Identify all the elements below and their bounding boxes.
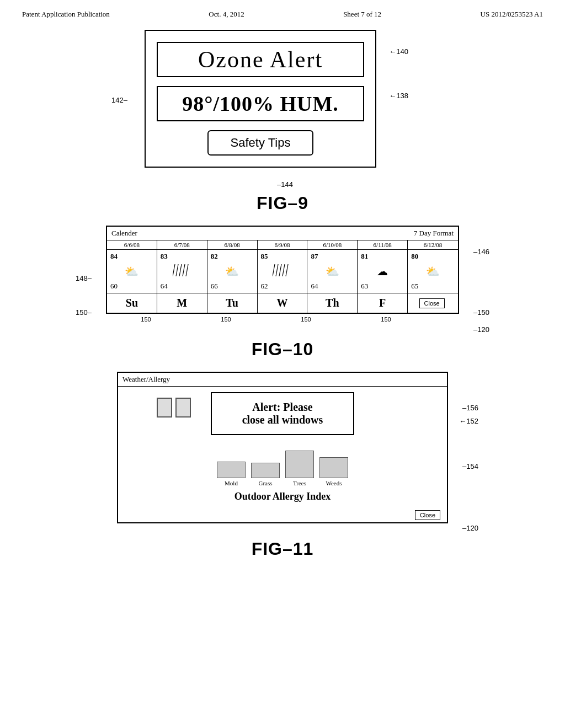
fig9-section: 142– Ozone Alert ←140 98°/100% HUM. xyxy=(0,30,565,223)
alert-line1: Alert: Please xyxy=(228,401,337,414)
alert-message-box: Alert: Please close all windows xyxy=(211,392,354,435)
fig9-button-row: Safety Tips xyxy=(157,130,364,156)
cal-date-6: 6/12/08 xyxy=(408,240,458,249)
weather-allergy-body: Alert: Please close all windows Mold Gra xyxy=(118,387,447,508)
weather-cell-3: 85 62 xyxy=(258,250,308,293)
outdoor-allergy-label: Outdoor Allergy Index xyxy=(234,491,331,502)
weather-icon-4: ⛅ xyxy=(326,265,339,278)
fig9-temp: 98°/100% HUM. xyxy=(182,92,339,116)
cal-day-1: M xyxy=(157,293,207,313)
weather-allergy-header: Weather/Allergy xyxy=(118,373,447,387)
svg-line-0 xyxy=(173,264,175,276)
window-icon-1 xyxy=(157,398,172,417)
weather-icon-1 xyxy=(173,261,191,282)
svg-line-3 xyxy=(183,264,185,276)
cal-date-1: 6/7/08 xyxy=(157,240,207,249)
fig9-outer: 142– Ozone Alert ←140 98°/100% HUM. xyxy=(145,30,420,173)
cal-date-4: 6/10/08 xyxy=(307,240,358,249)
allergy-weeds: Weeds xyxy=(319,457,348,486)
annot-150-0: 150 xyxy=(141,316,151,323)
fig11-label: FIG–11 xyxy=(252,539,314,559)
annotation-140: ←140 xyxy=(389,47,408,56)
annotation-154: –154 xyxy=(462,462,478,470)
calendar-days-row: Su M Tu W Th F Close xyxy=(107,293,458,313)
cal-day-0: Su xyxy=(107,293,157,313)
weather-icon-6: ⛅ xyxy=(426,265,440,278)
day-annotations: 150 150 150 150 xyxy=(106,315,459,324)
weather-cell-6: 80 ⛅ 65 xyxy=(408,250,458,293)
fig9-temp-box: 98°/100% HUM. xyxy=(157,86,364,121)
svg-line-4 xyxy=(186,264,188,276)
allergy-trees: Trees xyxy=(285,451,314,486)
annotation-150-right: –150 xyxy=(473,308,489,317)
weather-icon-3 xyxy=(273,261,291,282)
mold-bar xyxy=(217,462,246,478)
header-left: Patent Application Publication xyxy=(22,10,110,19)
cal-date-0: 6/6/08 xyxy=(107,240,157,249)
svg-line-6 xyxy=(276,264,278,276)
rain-svg-1 xyxy=(173,263,191,277)
allergy-bars-container: Mold Grass Trees Weeds xyxy=(217,451,348,486)
alert-line2: close all windows xyxy=(228,414,337,426)
cal-date-3: 6/9/08 xyxy=(258,240,308,249)
annot-150-1: 150 xyxy=(221,316,231,323)
annotation-152: ←152 xyxy=(459,417,478,425)
fig10-section: –146 148– 150– –150 –120 Calender xyxy=(0,226,565,370)
safety-tips-button[interactable]: Safety Tips xyxy=(207,130,314,156)
weather-allergy-display: Weather/Allergy Alert: Please xyxy=(117,372,448,523)
annotation-120-fig10: –120 xyxy=(473,325,489,334)
weather-icon-5: ☁ xyxy=(377,265,388,278)
rain-svg-3 xyxy=(273,263,291,277)
cal-day-5: F xyxy=(358,293,408,313)
trees-label: Trees xyxy=(293,480,306,486)
calendar-weather-row: 84 ⛅ 60 83 xyxy=(107,250,458,293)
svg-line-7 xyxy=(279,264,281,276)
weather-icon-0: ⛅ xyxy=(125,265,138,278)
header-center: Oct. 4, 2012 xyxy=(209,10,244,19)
annotation-142: 142– xyxy=(111,96,127,104)
header-right: US 2012/0253523 A1 xyxy=(481,10,543,19)
fig11-outer: –156 ←152 –154 –120 Weather/Allergy xyxy=(117,372,448,523)
svg-line-1 xyxy=(176,264,178,276)
trees-bar xyxy=(285,451,314,478)
fig9-display: Ozone Alert ←140 98°/100% HUM. ←138 xyxy=(145,30,376,168)
calendar-dates-row: 6/6/08 6/7/08 6/8/08 6/9/08 6/10/08 6/11… xyxy=(107,240,458,250)
weather-icon-2: ⛅ xyxy=(225,265,239,278)
header-sheet: Sheet 7 of 12 xyxy=(343,10,381,19)
cal-day-2: Tu xyxy=(207,293,258,313)
calendar-header: Calender 7 Day Format xyxy=(107,227,458,240)
calendar-close-button[interactable]: Close xyxy=(419,298,445,308)
fig9-title-box: Ozone Alert xyxy=(157,42,364,77)
annotation-156: –156 xyxy=(462,404,478,412)
weather-allergy-close-button[interactable]: Close xyxy=(415,510,440,520)
cal-day-4: Th xyxy=(307,293,358,313)
allergy-grass: Grass xyxy=(251,463,280,486)
annotation-148: 148– xyxy=(76,274,92,282)
fig10-outer: –146 148– 150– –150 –120 Calender xyxy=(106,226,459,324)
annotation-144: –144 xyxy=(277,180,293,189)
weather-allergy-close-row: Close xyxy=(118,508,447,522)
weather-cell-1: 83 64 xyxy=(157,250,207,293)
window-icon-2 xyxy=(175,398,191,417)
weather-cell-4: 87 ⛅ 64 xyxy=(307,250,358,293)
svg-line-8 xyxy=(282,264,285,276)
calendar-title: Calender xyxy=(111,229,137,238)
patent-header: Patent Application Publication Oct. 4, 2… xyxy=(0,0,565,24)
calendar-format: 7 Day Format xyxy=(414,229,454,238)
weeds-label: Weeds xyxy=(326,480,342,486)
svg-line-2 xyxy=(179,264,182,276)
annotation-138: ←138 xyxy=(389,92,408,100)
annot-150-2: 150 xyxy=(301,316,311,323)
fig9-title: Ozone Alert xyxy=(198,46,323,73)
annotation-146: –146 xyxy=(473,248,489,256)
weather-cell-2: 82 ⛅ 66 xyxy=(207,250,258,293)
weather-cell-0: 84 ⛅ 60 xyxy=(107,250,157,293)
weather-allergy-title: Weather/Allergy xyxy=(122,375,170,383)
window-icons xyxy=(157,398,191,417)
grass-bar xyxy=(251,463,280,478)
calendar-box: Calender 7 Day Format 6/6/08 6/7/08 6/8/… xyxy=(106,226,459,314)
fig11-section: –156 ←152 –154 –120 Weather/Allergy xyxy=(0,372,565,569)
svg-line-5 xyxy=(273,264,275,276)
cal-date-2: 6/8/08 xyxy=(207,240,258,249)
grass-label: Grass xyxy=(258,480,272,486)
